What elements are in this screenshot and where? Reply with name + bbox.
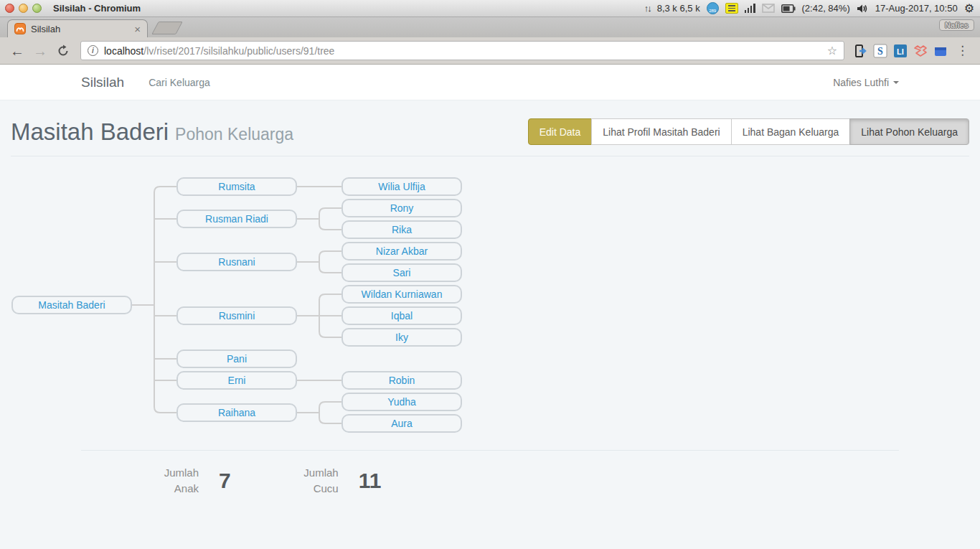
person-name: Sari <box>393 267 411 278</box>
lihat-pohon-button[interactable]: Lihat Pohon Keluarga <box>849 118 969 145</box>
person-name: Pani <box>227 353 247 365</box>
tree-node[interactable]: Wildan Kurniawan <box>341 285 462 304</box>
person-name: Yudha <box>387 396 416 408</box>
battery-icon[interactable] <box>781 4 796 13</box>
page-viewport: Silsilah Cari Keluarga Nafies Luthfi Mas… <box>0 65 980 549</box>
tree-node[interactable]: Pani <box>176 349 297 368</box>
volume-icon[interactable] <box>857 4 869 14</box>
signal-strength-icon[interactable] <box>745 4 755 13</box>
jumlah-anak-label: JumlahAnak <box>81 465 199 497</box>
person-name: Wildan Kurniawan <box>362 288 443 300</box>
tree-node[interactable]: Yudha <box>341 393 462 411</box>
page-header: Masitah BaderiPohon Keluarga Edit Data L… <box>0 100 980 146</box>
tree-node[interactable]: Rumsita <box>176 177 297 196</box>
person-name: Nizar Akbar <box>376 245 428 257</box>
person-name: Robin <box>389 375 415 386</box>
tab-close-icon[interactable]: × <box>134 24 141 34</box>
network-monitor-icon[interactable]: 289 <box>707 2 719 14</box>
person-name: Masitah Baderi <box>38 299 105 311</box>
battery-status-label[interactable]: (2:42, 84%) <box>802 3 850 14</box>
tree-node[interactable]: Iky <box>341 328 462 347</box>
tree-node[interactable]: Robin <box>341 371 462 390</box>
bookmark-star-icon[interactable]: ☆ <box>827 44 837 57</box>
browser-tab[interactable]: Silsilah × <box>7 19 148 37</box>
tree-node[interactable]: Erni <box>176 371 297 390</box>
gear-icon[interactable]: ⚙ <box>964 3 974 14</box>
jumlah-anak-value: 7 <box>219 469 231 493</box>
new-tab-button[interactable] <box>151 22 183 34</box>
reload-icon[interactable] <box>53 44 73 57</box>
notes-indicator-icon[interactable] <box>725 3 738 14</box>
tree-node[interactable]: Aura <box>341 414 462 433</box>
tree-node[interactable]: Rusmini <box>176 306 297 325</box>
system-top-panel: Silsilah - Chromium ↑↓ 8,3 k 6,5 k 289 (… <box>0 0 980 17</box>
url-host: localhost <box>104 45 143 57</box>
clock-label[interactable]: 17-Aug-2017, 10:50 <box>875 3 958 14</box>
lihat-bagan-button[interactable]: Lihat Bagan Keluarga <box>731 118 851 145</box>
browser-menu-icon[interactable]: ⋮ <box>952 43 973 58</box>
xampp-favicon-icon <box>14 23 26 34</box>
page-subtitle: Pohon Keluarga <box>175 125 293 144</box>
header-divider <box>11 156 969 156</box>
stats-divider <box>81 450 899 451</box>
edit-data-button[interactable]: Edit Data <box>528 118 593 145</box>
forward-icon[interactable]: → <box>30 44 50 58</box>
network-throughput-label: 8,3 k 6,5 k <box>657 3 700 14</box>
mail-icon[interactable] <box>762 4 775 13</box>
laravel-extension-icon[interactable] <box>912 42 929 60</box>
window-maximize-button[interactable] <box>32 4 42 13</box>
person-name: Rusnani <box>218 256 255 268</box>
box-extension-icon[interactable] <box>932 42 949 60</box>
tree-node[interactable]: Rony <box>341 199 462 217</box>
person-title: Masitah Baderi <box>11 118 169 145</box>
tab-title: Silsilah <box>31 24 129 34</box>
family-tree: Masitah BaderiRumsitaWilia UlfijaRusman … <box>0 174 980 441</box>
tree-connectors <box>0 174 980 441</box>
person-name: Erni <box>228 375 246 386</box>
phone-share-extension-icon[interactable] <box>852 42 869 60</box>
keyboard-layout-widget[interactable]: Nafies <box>939 19 974 31</box>
person-name: Rumsita <box>218 181 255 192</box>
window-close-button[interactable] <box>5 4 14 13</box>
url-text: localhost/lv/riset/2017/silsilahku/publi… <box>104 45 821 57</box>
tree-node[interactable]: Sari <box>341 263 462 282</box>
tree-node[interactable]: Raihana <box>176 403 297 422</box>
url-path: /lv/riset/2017/silsilahku/public/users/9… <box>143 45 334 57</box>
back-icon[interactable]: ← <box>7 44 27 58</box>
person-name: Wilia Ulfija <box>378 181 425 192</box>
tree-node[interactable]: Masitah Baderi <box>11 296 132 314</box>
s-extension-icon[interactable]: S <box>872 42 889 60</box>
address-bar[interactable]: i localhost/lv/riset/2017/silsilahku/pub… <box>80 41 844 60</box>
person-name: Rony <box>390 202 414 214</box>
page-info-icon[interactable]: i <box>88 45 98 56</box>
person-name: Rusman Riadi <box>205 213 268 225</box>
network-arrows-icon: ↑↓ <box>644 3 651 14</box>
tree-node[interactable]: Rusnani <box>176 253 297 271</box>
tree-node[interactable]: Nizar Akbar <box>341 242 462 261</box>
user-dropdown[interactable]: Nafies Luthfi <box>833 77 899 88</box>
tree-node[interactable]: Rika <box>341 220 462 239</box>
person-name: Rika <box>392 224 412 235</box>
stats-section: JumlahAnak 7 JumlahCucu 11 <box>70 450 910 497</box>
browser-tab-strip: Silsilah × <box>0 17 980 37</box>
svg-text:LI: LI <box>897 47 904 55</box>
person-name: Raihana <box>218 407 255 418</box>
action-button-group: Edit Data Lihat Profil Masitah Baderi Li… <box>528 118 969 145</box>
li-extension-icon[interactable]: LI <box>892 42 909 60</box>
window-minimize-button[interactable] <box>19 4 28 13</box>
window-title: Silsilah - Chromium <box>53 3 141 14</box>
nav-link-cari-keluarga[interactable]: Cari Keluarga <box>149 77 210 88</box>
svg-text:S: S <box>877 46 883 57</box>
user-dropdown-label: Nafies Luthfi <box>833 77 889 88</box>
person-name: Iqbal <box>391 310 413 322</box>
tree-node[interactable]: Iqbal <box>341 306 462 325</box>
person-name: Aura <box>391 418 413 429</box>
app-brand[interactable]: Silsilah <box>81 75 124 90</box>
system-tray: ↑↓ 8,3 k 6,5 k 289 (2:42, 84%) 17-Aug-20… <box>644 2 980 14</box>
tree-node[interactable]: Rusman Riadi <box>176 210 297 228</box>
lihat-profil-button[interactable]: Lihat Profil Masitah Baderi <box>591 118 731 145</box>
person-name: Iky <box>395 332 408 343</box>
tree-node[interactable]: Wilia Ulfija <box>341 177 462 196</box>
person-name: Rusmini <box>219 310 255 322</box>
app-navbar: Silsilah Cari Keluarga Nafies Luthfi <box>0 65 980 100</box>
